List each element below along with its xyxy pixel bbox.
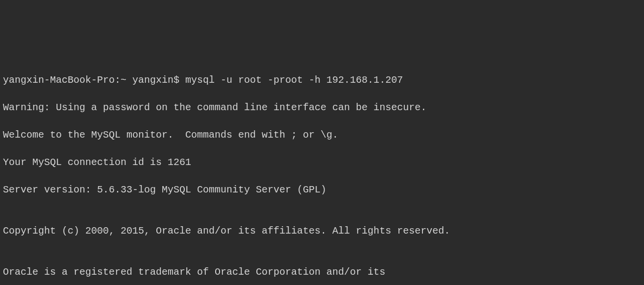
terminal-output-line: Oracle is a registered trademark of Orac… [3,265,641,279]
terminal-output-line: Server version: 5.6.33-log MySQL Communi… [3,183,641,197]
terminal-output-line: Your MySQL connection id is 1261 [3,156,641,169]
terminal-output-line: Welcome to the MySQL monitor. Commands e… [3,128,641,142]
shell-prompt-line: yangxin-MacBook-Pro:~ yangxin$ mysql -u … [3,73,641,87]
terminal-output-line: Copyright (c) 2000, 2015, Oracle and/or … [3,224,641,238]
terminal-window[interactable]: yangxin-MacBook-Pro:~ yangxin$ mysql -u … [3,60,641,285]
terminal-output-line: Warning: Using a password on the command… [3,101,641,115]
